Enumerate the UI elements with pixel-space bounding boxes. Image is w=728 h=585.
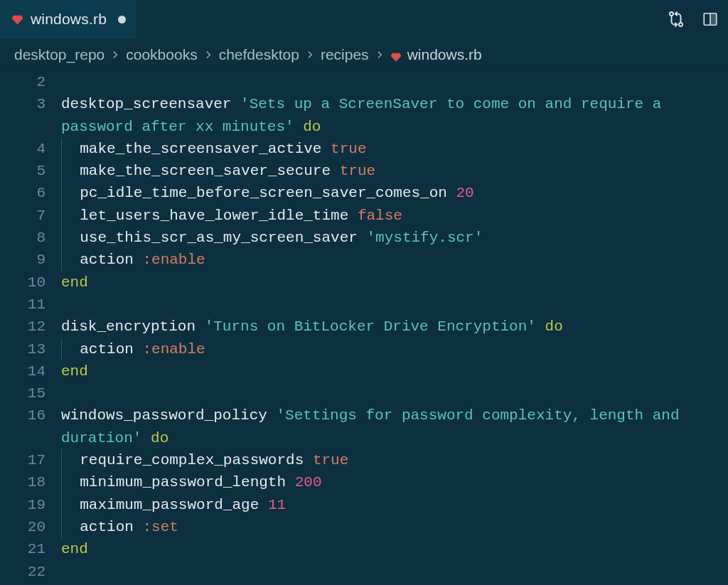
line-number: 9	[0, 249, 46, 271]
token-str: password after xx minutes'	[61, 119, 294, 135]
token-call: make_the_screen_saver_secure	[80, 163, 331, 179]
line-number: 2	[0, 71, 46, 93]
line-number: 15	[0, 382, 46, 404]
token-true: true	[331, 141, 366, 157]
line-number: 4	[0, 138, 46, 160]
code-content[interactable]: desktop_screensaver 'Sets up a ScreenSav…	[61, 71, 728, 583]
token-sp	[196, 318, 205, 335]
token-call: let_users_have_lower_idle_time	[80, 208, 348, 224]
line-number-wrap	[0, 116, 46, 138]
token-sp	[321, 141, 331, 157]
chevron-right-icon	[203, 50, 213, 60]
compare-changes-icon[interactable]	[667, 10, 685, 28]
token-sym: :enable	[142, 341, 205, 358]
ruby-icon	[390, 49, 402, 60]
token-call: pc_idle_time_before_screen_saver_comes_o…	[80, 185, 447, 201]
token-false: false	[358, 208, 402, 224]
code-line[interactable]: minimum_password_length 200	[61, 471, 721, 493]
code-line[interactable]: end	[61, 272, 721, 294]
token-str: 'mystify.scr'	[367, 230, 483, 246]
line-number: 10	[0, 272, 46, 294]
indent-guide-icon	[61, 182, 62, 204]
code-line[interactable]	[61, 382, 721, 404]
token-call: windows_password_policy	[61, 407, 267, 424]
token-end: end	[61, 541, 88, 557]
token-call: action	[80, 341, 134, 358]
token-do: do	[151, 430, 168, 446]
indent-guide-icon	[61, 516, 62, 538]
breadcrumb-filename: windows.rb	[407, 46, 482, 63]
token-do: do	[545, 318, 563, 335]
token-sp	[536, 318, 545, 335]
code-line[interactable]	[61, 294, 721, 316]
svg-point-0	[670, 12, 673, 16]
svg-rect-4	[711, 14, 716, 25]
token-sp	[259, 497, 268, 513]
breadcrumb-segment[interactable]: desktop_repo	[14, 46, 105, 63]
editor-tab[interactable]: windows.rb	[0, 0, 136, 38]
token-call: use_this_scr_as_my_screen_saver	[80, 230, 358, 246]
code-line[interactable]: action :set	[61, 516, 721, 538]
token-call: disk_encryption	[61, 318, 196, 335]
chevron-right-icon	[110, 50, 120, 60]
indent-guide-icon	[61, 449, 62, 471]
breadcrumb-segment[interactable]: chefdesktop	[219, 46, 299, 63]
token-sp	[331, 163, 340, 179]
indent-guide-icon	[61, 227, 62, 249]
code-line[interactable]: end	[61, 360, 721, 382]
code-line[interactable]: pc_idle_time_before_screen_saver_comes_o…	[61, 182, 721, 204]
code-line[interactable]: let_users_have_lower_idle_time false	[61, 205, 721, 227]
split-editor-icon[interactable]	[702, 11, 718, 27]
code-line[interactable]: require_complex_passwords true	[61, 449, 721, 471]
line-number: 20	[0, 516, 46, 538]
code-line[interactable]: make_the_screen_saver_secure true	[61, 160, 721, 182]
token-sp	[286, 474, 295, 490]
line-number: 7	[0, 205, 46, 227]
code-line[interactable]: action :enable	[61, 338, 721, 360]
line-number: 17	[0, 449, 46, 471]
token-num: 200	[295, 474, 322, 490]
code-line[interactable]	[61, 71, 721, 93]
token-true: true	[340, 163, 375, 179]
token-sp	[294, 119, 304, 135]
code-line[interactable]: windows_password_policy 'Settings for pa…	[61, 404, 721, 426]
indent-guide-icon	[61, 249, 62, 271]
indent-guide-icon	[61, 160, 62, 182]
token-sp	[141, 430, 151, 446]
code-line[interactable]: action :enable	[61, 249, 721, 271]
chevron-right-icon	[305, 50, 315, 60]
tab-bar: windows.rb	[0, 0, 728, 39]
indent-guide-icon	[61, 494, 62, 516]
token-call: make_the_screensaver_active	[80, 141, 321, 157]
code-line[interactable]: make_the_screensaver_active true	[61, 138, 721, 160]
line-number-wrap	[0, 427, 46, 449]
token-call: action	[80, 252, 134, 268]
token-num: 20	[456, 185, 474, 201]
line-number: 19	[0, 494, 46, 516]
token-sp	[447, 185, 456, 201]
breadcrumb-segment[interactable]: recipes	[321, 46, 369, 63]
code-line[interactable]	[61, 561, 721, 583]
line-number: 3	[0, 93, 46, 115]
code-line[interactable]: password after xx minutes' do	[61, 116, 721, 138]
code-line[interactable]: end	[61, 538, 721, 560]
tab-filename: windows.rb	[31, 11, 107, 28]
line-number: 12	[0, 316, 46, 338]
code-editor[interactable]: 2345678910111213141516171819202122 deskt…	[0, 71, 728, 583]
breadcrumb-segment[interactable]: cookbooks	[126, 46, 197, 63]
token-sp	[304, 452, 313, 468]
token-call: require_complex_passwords	[80, 452, 304, 468]
code-line[interactable]: disk_encryption 'Turns on BitLocker Driv…	[61, 316, 721, 338]
svg-point-1	[679, 23, 682, 26]
code-line[interactable]: duration' do	[61, 427, 721, 449]
token-sp	[358, 230, 367, 246]
line-number: 13	[0, 338, 46, 360]
token-num: 11	[268, 497, 286, 513]
code-line[interactable]: use_this_scr_as_my_screen_saver 'mystify…	[61, 227, 721, 249]
code-line[interactable]: maximum_password_age 11	[61, 494, 721, 516]
token-end: end	[61, 363, 88, 380]
breadcrumb-file[interactable]: windows.rb	[390, 46, 482, 63]
token-call: minimum_password_length	[80, 474, 286, 490]
token-call: action	[80, 519, 134, 535]
code-line[interactable]: desktop_screensaver 'Sets up a ScreenSav…	[61, 93, 721, 115]
